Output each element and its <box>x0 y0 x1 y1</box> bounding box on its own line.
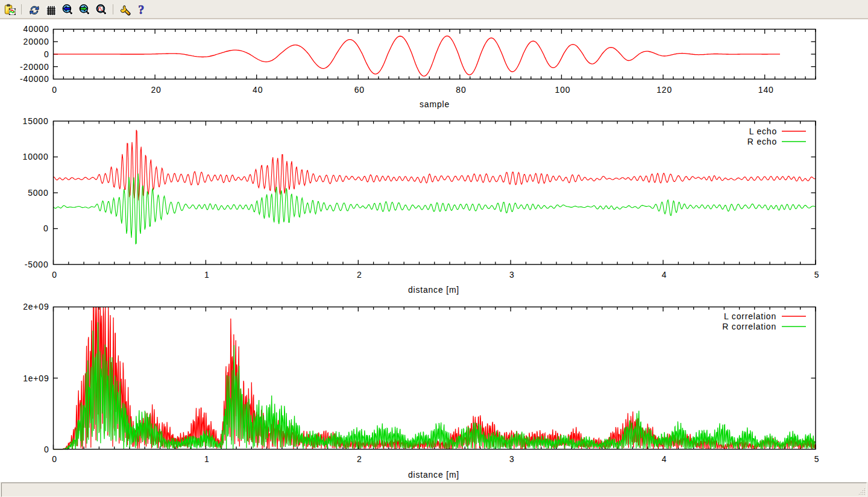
svg-text:3: 3 <box>509 270 515 280</box>
svg-text:3: 3 <box>509 454 515 464</box>
svg-text:2: 2 <box>357 270 362 280</box>
svg-text:0: 0 <box>44 445 49 454</box>
svg-text:10000: 10000 <box>23 152 49 161</box>
svg-text:L echo: L echo <box>749 127 777 136</box>
svg-text:5000: 5000 <box>28 188 48 198</box>
svg-text:distance [m]: distance [m] <box>408 470 459 480</box>
svg-text:distance [m]: distance [m] <box>408 285 459 295</box>
svg-text:0: 0 <box>43 223 49 233</box>
svg-text:-20000: -20000 <box>20 62 49 72</box>
svg-text:40000: 40000 <box>24 24 49 34</box>
svg-text:0: 0 <box>52 85 57 95</box>
svg-text:?: ? <box>138 4 144 16</box>
svg-text:20000: 20000 <box>24 37 49 46</box>
svg-text:0: 0 <box>44 49 49 59</box>
svg-text:15000: 15000 <box>23 116 49 126</box>
svg-text:2e+09: 2e+09 <box>23 302 49 311</box>
svg-text:R echo: R echo <box>747 137 777 146</box>
svg-text:-5000: -5000 <box>25 260 49 269</box>
svg-text:-40000: -40000 <box>20 74 49 84</box>
svg-text:L correlation: L correlation <box>724 311 776 321</box>
svg-text:0: 0 <box>52 454 57 464</box>
svg-text:R correlation: R correlation <box>722 322 776 331</box>
svg-text:20: 20 <box>151 85 162 95</box>
svg-text:5: 5 <box>814 270 820 280</box>
svg-text:5: 5 <box>814 454 820 464</box>
svg-text:0: 0 <box>52 270 57 280</box>
svg-text:80: 80 <box>456 85 466 95</box>
svg-text:1: 1 <box>204 454 210 464</box>
svg-text:120: 120 <box>656 85 672 95</box>
svg-text:4: 4 <box>662 454 667 464</box>
svg-text:1: 1 <box>204 270 210 280</box>
svg-text:sample: sample <box>420 99 450 109</box>
svg-text:100: 100 <box>555 85 571 95</box>
svg-text:60: 60 <box>354 85 365 95</box>
svg-text:1e+09: 1e+09 <box>23 374 49 383</box>
svg-text:40: 40 <box>253 85 263 95</box>
svg-text:2: 2 <box>357 454 362 464</box>
svg-text:140: 140 <box>758 85 774 95</box>
svg-text:4: 4 <box>662 270 667 280</box>
